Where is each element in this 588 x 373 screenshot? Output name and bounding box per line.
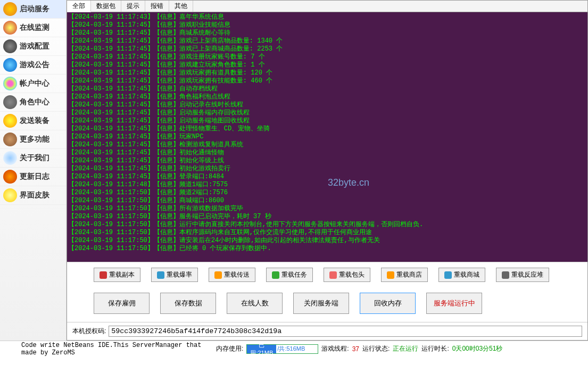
skin-icon [3, 188, 17, 202]
sidebar-item-start-service[interactable]: 启动服务 [0, 0, 66, 19]
mem-total: /共:516MB [276, 345, 318, 353]
action-button-row: 保存雇佣 保存数据 在线人数 关闭服务端 回收内存 服务端运行中 [67, 287, 587, 322]
log-line: 【2024-03-19 11:17:48】【信息】频道1端口:7575 [68, 181, 586, 189]
monitor-icon [3, 21, 17, 35]
reload-icon [502, 271, 509, 279]
sidebar-item-label: 更新日志 [20, 172, 49, 181]
log-line: 【2024-03-19 11:17:45】【信息】启动记录在线时长线程 [68, 101, 586, 109]
credit-text: Code write NetBeans IDE.This ServerManag… [5, 342, 213, 357]
reload-portal-button[interactable]: 重载传送 [209, 268, 255, 282]
mem-used: 已用:21MB [247, 345, 276, 353]
reload-button-row: 重载副本 重载爆率 重载传送 重载任务 重载包头 重载商店 重载商城 重载反应堆 [67, 262, 587, 287]
uptime-value: 0天00时03分51秒 [452, 344, 503, 353]
online-count-button[interactable]: 在线人数 [227, 293, 283, 314]
log-line: 【2024-03-19 11:17:45】【信息】初始化等级上线 [68, 157, 586, 165]
log-line: 【2024-03-19 11:17:45】【信息】角色福利泡点线程 [68, 93, 586, 101]
log-line: 【2024-03-19 11:17:45】【信息】处理怪物重生、CD、宠物、坐骑 [68, 125, 586, 133]
more-icon [3, 132, 17, 146]
auth-label: 本机授权码: [72, 327, 106, 336]
run-label: 运行状态: [362, 344, 390, 353]
reload-icon [100, 271, 107, 279]
log-tabs: 全部 数据包 提示 报错 其他 [67, 1, 587, 12]
sidebar-item-label: 关于我们 [20, 153, 49, 163]
sidebar-item-about-us[interactable]: 关于我们 [0, 149, 66, 168]
tab-packet[interactable]: 数据包 [91, 1, 121, 12]
start-icon [3, 2, 17, 16]
run-status: 正在运行 [393, 344, 418, 353]
reload-shop-button[interactable]: 重载商店 [381, 268, 428, 282]
sidebar: 启动服务 在线监测 游戏配置 游戏公告 帐户中心 角色中心 发送装备 更多功能 … [0, 0, 67, 341]
sidebar-item-label: 在线监测 [20, 23, 49, 32]
sidebar-item-game-announce[interactable]: 游戏公告 [0, 56, 66, 74]
log-line: 【2024-03-19 11:17:45】【信息】检测游戏复制道具系统 [68, 141, 586, 149]
log-line: 【2024-03-19 11:17:50】【信息】所有游戏数据加载完毕 [68, 205, 586, 213]
reload-header-button[interactable]: 重载包头 [324, 268, 370, 282]
auth-row: 本机授权码: [67, 322, 587, 340]
save-data-button[interactable]: 保存数据 [160, 293, 216, 314]
sidebar-item-skin[interactable]: 界面皮肤 [0, 186, 66, 205]
tab-error[interactable]: 报错 [145, 1, 169, 12]
log-line: 【2024-03-19 11:17:45】【信息】游戏已上架商店物品数量: 13… [68, 37, 586, 45]
sidebar-item-label: 帐户中心 [20, 79, 49, 88]
log-console[interactable]: 【2024-03-19 11:17:43】【信息】嘉年华系统信息【2024-03… [67, 12, 587, 262]
log-line: 【2024-03-19 11:17:45】【信息】游戏职业技能信息 [68, 21, 586, 29]
log-line: 【2024-03-19 11:17:45】【信息】游戏注册玩家账号数量: 7 个 [68, 53, 586, 61]
server-status-button[interactable]: 服务端运行中 [426, 293, 482, 314]
log-line: 【2024-03-19 11:17:45】【信息】游戏建立玩家角色数量: 1 个 [68, 61, 586, 69]
sidebar-item-game-config[interactable]: 游戏配置 [0, 37, 66, 56]
announce-icon [3, 58, 17, 72]
reload-icon [387, 271, 394, 279]
reload-quest-button[interactable]: 重载任务 [266, 268, 313, 282]
reload-icon [329, 271, 337, 279]
log-line: 【2024-03-19 11:17:45】【信息】玩家NPC [68, 133, 586, 141]
sidebar-item-label: 启动服务 [20, 4, 49, 14]
recycle-memory-button[interactable]: 回收内存 [360, 293, 416, 314]
reload-icon [214, 271, 222, 279]
sidebar-item-online-monitor[interactable]: 在线监测 [0, 19, 66, 37]
sidebar-item-label: 游戏配置 [20, 42, 49, 51]
reload-icon [444, 271, 452, 279]
log-line: 【2024-03-19 11:17:45】【信息】登录端口:8484 [68, 173, 586, 181]
sidebar-item-more-features[interactable]: 更多功能 [0, 130, 66, 149]
sidebar-item-label: 游戏公告 [20, 60, 49, 70]
log-line: 【2024-03-19 11:17:45】【信息】初始化游戏拍卖行 [68, 165, 586, 173]
log-line: 【2024-03-19 11:17:43】【信息】嘉年华系统信息 [68, 13, 586, 21]
reload-reactor-button[interactable]: 重载反应堆 [496, 268, 549, 282]
reload-drop-button[interactable]: 重载爆率 [151, 268, 198, 282]
log-line: 【2024-03-19 11:17:45】【信息】启动服务端内存回收线程 [68, 109, 586, 117]
save-hire-button[interactable]: 保存雇佣 [94, 293, 150, 314]
log-line: 【2024-03-19 11:17:45】【信息】初始化通缉怪物 [68, 149, 586, 157]
reload-icon [272, 271, 279, 279]
reload-cashshop-button[interactable]: 重载商城 [438, 268, 485, 282]
sidebar-item-label: 角色中心 [20, 97, 49, 107]
log-line: 【2024-03-19 11:17:50】【信息】已经将 0 个玩家保存到数据中… [68, 245, 586, 253]
log-line: 【2024-03-19 11:17:45】【信息】游戏已上架商城商品数量: 22… [68, 45, 586, 53]
log-line: 【2024-03-19 11:17:45】【信息】游戏玩家拥有道具数量: 120… [68, 69, 586, 77]
changelog-icon [3, 170, 17, 184]
reload-instance-button[interactable]: 重载副本 [94, 268, 140, 282]
log-line: 【2024-03-19 11:17:50】【信息】商城端口:8600 [68, 197, 586, 205]
sidebar-item-update-log[interactable]: 更新日志 [0, 168, 66, 186]
memory-bar: 已用:21MB /共:516MB [246, 344, 318, 354]
reload-icon [157, 271, 164, 279]
log-line: 【2024-03-19 11:17:45】【信息】商城系统耐心等待 [68, 29, 586, 37]
equip-icon [3, 114, 17, 128]
close-server-button[interactable]: 关闭服务端 [293, 293, 349, 314]
log-line: 【2024-03-19 11:17:45】【信息】自动存档线程 [68, 85, 586, 93]
tab-all[interactable]: 全部 [67, 1, 91, 12]
role-icon [3, 95, 17, 109]
log-line: 【2024-03-19 11:17:50】【信息】本程序源码均来自互联网,仅作交… [68, 229, 586, 237]
about-icon [3, 151, 17, 165]
sidebar-item-send-equip[interactable]: 发送装备 [0, 112, 66, 130]
mem-label: 内存使用: [216, 344, 243, 353]
tab-other[interactable]: 其他 [169, 1, 193, 12]
auth-code-input[interactable] [109, 326, 582, 337]
sidebar-item-account-center[interactable]: 帐户中心 [0, 74, 66, 93]
tab-hint[interactable]: 提示 [121, 1, 145, 12]
log-line: 【2024-03-19 11:17:50】【信息】运行中请勿直接关闭本控制台,使… [68, 221, 586, 229]
status-bar: Code write NetBeans IDE.This ServerManag… [0, 341, 588, 357]
log-line: 【2024-03-19 11:17:45】【信息】启动服务端地图回收线程 [68, 117, 586, 125]
uptime-label: 运行时长: [421, 344, 449, 353]
thread-count: 37 [352, 345, 359, 353]
sidebar-item-role-center[interactable]: 角色中心 [0, 93, 66, 112]
